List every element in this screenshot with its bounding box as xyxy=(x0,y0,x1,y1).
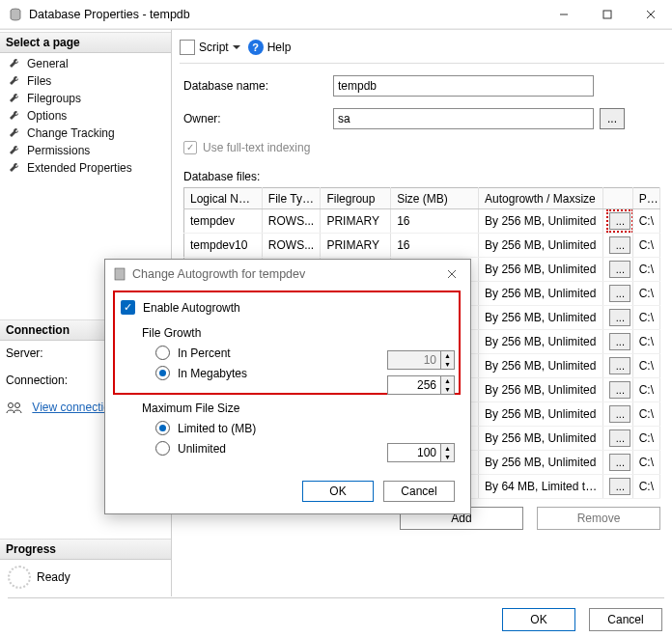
select-page-header: Select a page xyxy=(0,32,171,53)
page-item-permissions[interactable]: Permissions xyxy=(4,142,167,159)
connection-users-icon xyxy=(6,402,23,415)
progress-indicator-icon xyxy=(8,566,31,589)
spinner-arrows-icon: ▲▼ xyxy=(441,350,455,370)
wrench-icon xyxy=(8,57,21,70)
table-row[interactable]: tempdevROWS...PRIMARY16By 256 MB, Unlimi… xyxy=(184,209,660,234)
svg-rect-7 xyxy=(115,268,125,280)
autogrowth-edit-button[interactable]: ... xyxy=(609,405,630,423)
wrench-icon xyxy=(8,161,21,175)
autogrowth-dialog: Change Autogrowth for tempdev ✓ Enable A… xyxy=(104,259,471,514)
main-cancel-button[interactable]: Cancel xyxy=(589,608,662,631)
help-button[interactable]: ? Help xyxy=(248,40,292,55)
col-autogrowth[interactable]: Autogrowth / Maxsize xyxy=(479,188,603,209)
dialog-ok-button[interactable]: OK xyxy=(302,481,374,502)
wrench-icon xyxy=(8,74,21,88)
percent-spinner xyxy=(387,350,441,370)
fulltext-checkbox: ✓ Use full-text indexing xyxy=(183,141,660,154)
help-label: Help xyxy=(267,41,292,54)
page-item-general[interactable]: General xyxy=(4,55,167,72)
dbfiles-label: Database files: xyxy=(183,170,660,183)
script-button[interactable]: Script xyxy=(180,40,240,55)
autogrowth-edit-button[interactable]: ... xyxy=(609,454,630,471)
autogrowth-edit-button[interactable]: ... xyxy=(609,478,630,495)
dialog-icon xyxy=(113,267,126,281)
unlimited-radio[interactable] xyxy=(155,441,170,456)
autogrowth-edit-button[interactable]: ... xyxy=(609,212,630,230)
col-file-type[interactable]: File Type xyxy=(262,188,321,209)
in-megabytes-label: In Megabytes xyxy=(178,367,247,380)
file-growth-label: File Growth xyxy=(142,326,455,340)
dialog-close-button[interactable] xyxy=(439,263,464,285)
autogrowth-edit-button[interactable]: ... xyxy=(609,309,630,326)
limited-radio[interactable] xyxy=(155,421,170,435)
script-icon xyxy=(180,40,195,55)
checkbox-checked-icon: ✓ xyxy=(121,300,135,315)
svg-rect-2 xyxy=(603,11,611,18)
main-ok-button[interactable]: OK xyxy=(502,608,575,631)
in-percent-label: In Percent xyxy=(178,346,231,360)
close-button[interactable] xyxy=(629,0,672,28)
svg-point-5 xyxy=(9,402,14,407)
limited-spinner[interactable] xyxy=(387,443,441,462)
script-label: Script xyxy=(199,41,229,54)
in-percent-radio[interactable] xyxy=(155,346,170,360)
page-item-options[interactable]: Options xyxy=(4,107,167,125)
toolbar: Script ? Help xyxy=(180,36,664,64)
titlebar: Database Properties - tempdb xyxy=(0,0,672,29)
spinner-arrows-icon[interactable]: ▲▼ xyxy=(441,375,455,395)
maximize-button[interactable] xyxy=(585,0,629,28)
owner-label: Owner: xyxy=(183,112,333,125)
col-size[interactable]: Size (MB) xyxy=(391,188,479,209)
in-megabytes-radio[interactable] xyxy=(155,366,170,380)
col-path[interactable]: Path xyxy=(632,188,659,209)
page-item-files[interactable]: Files xyxy=(4,72,167,90)
autogrowth-edit-button[interactable]: ... xyxy=(609,236,630,254)
window-title: Database Properties - tempdb xyxy=(29,8,190,21)
dbname-label: Database name: xyxy=(183,79,333,93)
dialog-title: Change Autogrowth for tempdev xyxy=(132,267,305,281)
max-file-size-label: Maximum File Size xyxy=(142,402,455,415)
progress-status: Ready xyxy=(37,570,70,584)
enable-autogrowth-checkbox[interactable]: ✓ Enable Autogrowth xyxy=(121,300,455,315)
owner-browse-button[interactable]: ... xyxy=(600,108,625,129)
spinner-arrows-icon[interactable]: ▲▼ xyxy=(441,443,455,462)
col-logical-name[interactable]: Logical Name xyxy=(184,188,263,209)
dbname-field[interactable] xyxy=(333,75,594,97)
remove-button[interactable]: Remove xyxy=(537,507,660,530)
wrench-icon xyxy=(8,109,21,123)
dialog-cancel-button[interactable]: Cancel xyxy=(383,481,455,502)
page-item-filegroups[interactable]: Filegroups xyxy=(4,90,167,107)
autogrowth-edit-button[interactable]: ... xyxy=(609,429,630,447)
page-item-change-tracking[interactable]: Change Tracking xyxy=(4,125,167,142)
svg-point-6 xyxy=(15,402,20,407)
checkbox-checked-icon: ✓ xyxy=(183,141,197,154)
page-item-extended-properties[interactable]: Extended Properties xyxy=(4,159,167,177)
autogrowth-edit-button[interactable]: ... xyxy=(609,357,630,374)
autogrowth-edit-button[interactable]: ... xyxy=(609,261,630,278)
table-row[interactable]: tempdev10ROWS...PRIMARY16By 256 MB, Unli… xyxy=(184,234,660,258)
owner-field[interactable] xyxy=(333,108,594,129)
limited-label: Limited to (MB) xyxy=(178,422,256,435)
minimize-button[interactable] xyxy=(542,0,585,28)
help-icon: ? xyxy=(248,40,264,55)
database-icon xyxy=(8,7,23,22)
wrench-icon xyxy=(8,126,21,140)
autogrowth-edit-button[interactable]: ... xyxy=(609,285,630,302)
autogrowth-edit-button[interactable]: ... xyxy=(609,381,630,399)
chevron-down-icon xyxy=(233,45,240,49)
unlimited-label: Unlimited xyxy=(178,442,226,456)
mb-spinner[interactable] xyxy=(387,375,441,395)
col-filegroup[interactable]: Filegroup xyxy=(321,188,391,209)
fulltext-label: Use full-text indexing xyxy=(203,141,310,154)
wrench-icon xyxy=(8,144,21,157)
progress-header: Progress xyxy=(0,539,171,560)
autogrowth-edit-button[interactable]: ... xyxy=(609,333,630,350)
wrench-icon xyxy=(8,92,21,105)
